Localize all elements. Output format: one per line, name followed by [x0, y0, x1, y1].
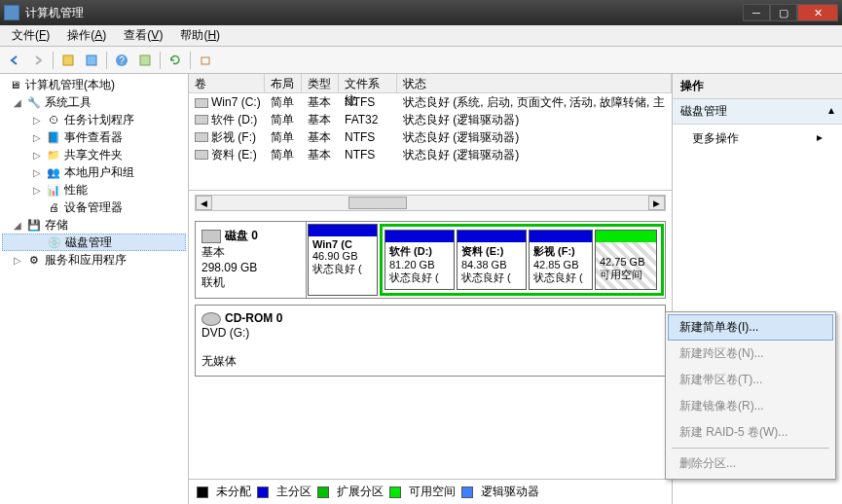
tree-performance[interactable]: ▷📊性能 [2, 181, 186, 198]
volume-icon [195, 98, 208, 108]
back-button[interactable] [4, 50, 25, 71]
ctx-new-spanned-volume[interactable]: 新建跨区卷(N)... [668, 341, 833, 367]
book-icon: 📘 [46, 129, 61, 145]
volume-list: 卷 布局 类型 文件系统 状态 Win7 (C:) 简单 基本 NTFS 状态良… [189, 74, 672, 191]
tree-storage[interactable]: ◢💾存储 [2, 216, 186, 234]
users-icon: 👥 [46, 164, 61, 180]
scroll-right-button[interactable]: ▶ [648, 196, 665, 210]
storage-icon: 💾 [26, 217, 42, 233]
chevron-up-icon: ▴ [828, 103, 834, 120]
volume-icon [195, 132, 208, 142]
clock-icon: ⏲ [46, 112, 61, 127]
maximize-button[interactable]: ▢ [770, 4, 797, 21]
expand-icon[interactable]: ▷ [31, 150, 43, 161]
folder-share-icon: 📁 [46, 147, 61, 162]
legend-logical-icon [461, 486, 473, 498]
legend-extended-icon [317, 486, 329, 498]
col-type[interactable]: 类型 [302, 74, 339, 92]
refresh-button[interactable] [165, 50, 186, 71]
expand-icon[interactable]: ▷ [31, 115, 43, 126]
tree-services-apps[interactable]: ▷⚙服务和应用程序 [2, 251, 186, 269]
computer-icon: 🖥 [7, 77, 22, 92]
actions-disk-management[interactable]: 磁盘管理▴ [673, 99, 842, 125]
device-icon: 🖨 [46, 199, 61, 215]
disk-graphical-area: 磁盘 0 基本 298.09 GB 联机 Win7 (C 46.90 GB 状态… [189, 215, 672, 479]
perf-icon: 📊 [46, 182, 61, 198]
svg-rect-0 [63, 55, 73, 65]
collapse-icon[interactable]: ◢ [12, 97, 23, 108]
ctx-delete-partition[interactable]: 删除分区... [668, 450, 833, 477]
disk-0-info: 磁盘 0 基本 298.09 GB 联机 [196, 222, 307, 298]
svg-text:?: ? [119, 55, 125, 66]
tree-root[interactable]: 🖥计算机管理(本地) [2, 76, 186, 93]
col-layout[interactable]: 布局 [265, 74, 302, 92]
svg-rect-4 [140, 55, 150, 65]
expand-icon[interactable]: ▷ [31, 185, 43, 196]
ctx-new-striped-volume[interactable]: 新建带区卷(T)... [668, 367, 833, 393]
context-menu: 新建简单卷(I)... 新建跨区卷(N)... 新建带区卷(T)... 新建镜像… [665, 311, 836, 480]
legend-primary-icon [257, 486, 269, 498]
volume-icon [195, 150, 208, 160]
disk-icon [201, 230, 221, 243]
scroll-thumb[interactable] [348, 197, 407, 209]
tool-btn-4[interactable] [134, 50, 156, 71]
disk-0-row[interactable]: 磁盘 0 基本 298.09 GB 联机 Win7 (C 46.90 GB 状态… [195, 221, 666, 299]
cdrom-icon [201, 312, 221, 326]
disk-icon: 💿 [47, 234, 62, 250]
tool-btn-2[interactable] [81, 50, 102, 71]
tree-disk-management[interactable]: 💿磁盘管理 [2, 234, 186, 251]
tree-task-scheduler[interactable]: ▷⏲任务计划程序 [2, 111, 186, 128]
menu-view[interactable]: 查看(V) [116, 25, 170, 46]
help-button[interactable]: ? [111, 50, 132, 71]
forward-button[interactable] [27, 50, 49, 71]
tree-event-viewer[interactable]: ▷📘事件查看器 [2, 128, 186, 146]
menu-help[interactable]: 帮助(H) [172, 25, 228, 46]
partition-d[interactable]: 软件 (D:) 81.20 GB 状态良好 ( [384, 230, 455, 290]
legend: 未分配 主分区 扩展分区 可用空间 逻辑驱动器 [189, 479, 672, 504]
svg-rect-1 [87, 55, 96, 65]
services-icon: ⚙ [26, 252, 42, 268]
menu-file[interactable]: 文件(F) [4, 25, 57, 46]
expand-icon[interactable]: ▷ [31, 167, 43, 178]
cdrom-row[interactable]: CD-ROM 0 DVD (G:) 无媒体 [195, 305, 666, 377]
window-title: 计算机管理 [25, 5, 743, 21]
expand-icon[interactable]: ▷ [12, 255, 23, 266]
volume-row[interactable]: Win7 (C:) 简单 基本 NTFS 状态良好 (系统, 启动, 页面文件,… [189, 93, 672, 111]
menubar: 文件(F) 操作(A) 查看(V) 帮助(H) [0, 25, 842, 47]
cdrom-info: CD-ROM 0 DVD (G:) 无媒体 [196, 306, 307, 376]
ctx-new-simple-volume[interactable]: 新建简单卷(I)... [668, 314, 833, 341]
col-filesystem[interactable]: 文件系统 [339, 74, 397, 92]
tree-shared-folders[interactable]: ▷📁共享文件夹 [2, 146, 186, 163]
volume-row[interactable]: 影视 (F:) 简单 基本 NTFS 状态良好 (逻辑驱动器) [189, 128, 672, 146]
partition-c[interactable]: Win7 (C 46.90 GB 状态良好 ( [308, 224, 378, 296]
extended-partition: 软件 (D:) 81.20 GB 状态良好 ( 资料 (E:) 84.38 GB… [380, 224, 664, 296]
col-status[interactable]: 状态 [397, 74, 672, 92]
minimize-button[interactable]: ─ [743, 4, 770, 21]
tree-device-manager[interactable]: 🖨设备管理器 [2, 198, 186, 216]
horizontal-scrollbar[interactable]: ◀ ▶ [195, 195, 666, 211]
close-button[interactable]: ✕ [797, 4, 838, 21]
titlebar: 计算机管理 ─ ▢ ✕ [0, 0, 842, 25]
actions-more[interactable]: 更多操作▸ [673, 125, 842, 153]
partition-f[interactable]: 影视 (F:) 42.85 GB 状态良好 ( [529, 230, 593, 290]
legend-unallocated-icon [197, 486, 208, 498]
tree-users-groups[interactable]: ▷👥本地用户和组 [2, 163, 186, 181]
legend-free-icon [389, 486, 401, 498]
actions-header: 操作 [673, 74, 842, 99]
tools-icon: 🔧 [26, 94, 42, 110]
collapse-icon[interactable]: ◢ [12, 220, 23, 231]
volume-row[interactable]: 资料 (E:) 简单 基本 NTFS 状态良好 (逻辑驱动器) [189, 146, 672, 163]
menu-action[interactable]: 操作(A) [59, 25, 114, 46]
center-panel: 卷 布局 类型 文件系统 状态 Win7 (C:) 简单 基本 NTFS 状态良… [189, 74, 673, 504]
col-volume[interactable]: 卷 [189, 74, 265, 92]
partition-e[interactable]: 资料 (E:) 84.38 GB 状态良好 ( [457, 230, 527, 290]
ctx-new-raid5-volume[interactable]: 新建 RAID-5 卷(W)... [668, 419, 833, 446]
tool-btn-1[interactable] [57, 50, 79, 71]
free-space[interactable]: 42.75 GB 可用空间 [595, 230, 657, 290]
volume-row[interactable]: 软件 (D:) 简单 基本 FAT32 状态良好 (逻辑驱动器) [189, 111, 672, 128]
scroll-left-button[interactable]: ◀ [196, 196, 212, 210]
expand-icon[interactable]: ▷ [31, 132, 43, 143]
tree-systools[interactable]: ◢🔧系统工具 [2, 93, 186, 111]
tool-btn-6[interactable] [195, 50, 216, 71]
ctx-new-mirrored-volume[interactable]: 新建镜像卷(R)... [668, 393, 833, 419]
